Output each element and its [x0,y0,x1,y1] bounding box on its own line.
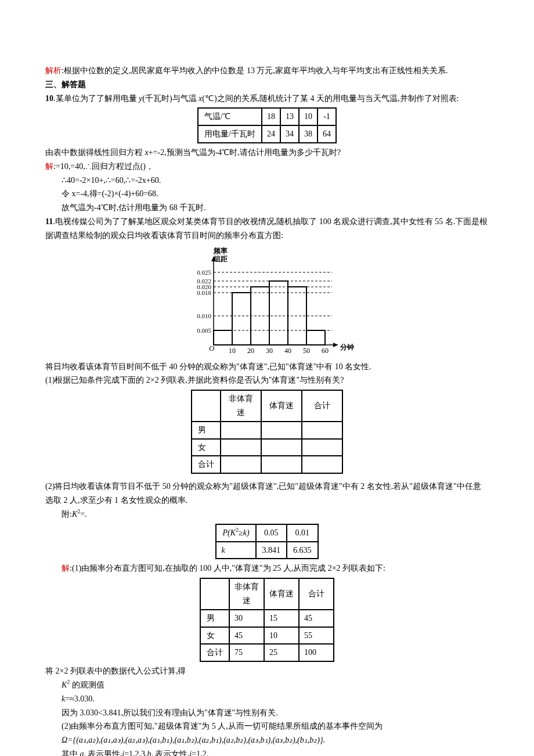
svg-text:10: 10 [229,347,236,355]
contingency-table-empty: 非体育迷 体育迷 合计 男 女 合计 [191,390,343,474]
svg-rect-22 [269,281,288,345]
section-3-title: 三、解答题 [45,78,489,92]
svg-text:0.022: 0.022 [197,278,211,285]
q11-answer-line1: 解:(1)由频率分布直方图可知,在抽取的 100 人中,"体育迷"为 25 人,… [45,561,489,575]
q10-answer-line2: ∴40=-2×10+,∴=60,∴=-2x+60. [45,174,489,188]
svg-text:50: 50 [303,347,310,355]
svg-text:频率: 频率 [213,247,228,255]
q10-answer-line3: 令 x=-4,得=(-2)×(-4)+60=68. [45,187,489,201]
svg-rect-24 [306,330,325,345]
q11-stem2: 将日均收看该体育节目时间不低于 40 分钟的观众称为"体育迷",已知"体育迷"中… [45,360,489,374]
svg-text:分钟: 分钟 [340,343,354,351]
q11-answer-line3: K2 的观测值 [45,678,489,692]
svg-text:O: O [209,344,215,352]
label-answer: 解 [62,564,70,573]
label-answer: 解 [45,162,53,171]
q10-data-table: 气温/℃ 18 13 10 -1 用电量/千瓦时 24 34 38 64 [197,107,337,143]
svg-text:0.025: 0.025 [197,269,211,276]
q11-answer-line5: 因为 3.030<3.841,所以我们没有理由认为"体育迷"与性别有关. [45,706,489,720]
svg-text:0.005: 0.005 [197,327,211,334]
svg-text:20: 20 [247,347,254,355]
svg-text:0.010: 0.010 [197,312,211,319]
q10-stem-tail: 由表中数据得线性回归方程 x+=-2,预测当气温为-4℃时,请估计用电量为多少千… [45,146,489,160]
q11-answer-line2: 将 2×2 列联表中的数据代入公式计算,得 [45,664,489,678]
svg-rect-20 [232,293,251,345]
q10-answer-line4: 故气温为-4℃时,估计用电量为 68 千瓦时. [45,201,489,215]
svg-rect-19 [214,330,232,345]
q11-append: 附:K2=. [45,507,489,521]
q11-stem1: 11.电视传媒公司为了了解某地区观众对某类体育节目的收视情况,随机抽取了 100… [45,215,489,243]
svg-text:60: 60 [322,347,329,355]
histogram-figure: 频率 组距 分钟 0.0050.0100.0180.0200.0220.025 … [180,246,354,357]
pvalue-table: P(K2≥k) 0.05 0.01 k 3.841 6.635 [215,524,318,560]
svg-text:30: 30 [266,347,273,355]
prev-analysis: 解析:根据中位数的定义,居民家庭年平均收入的中位数是 13 万元,家庭年平均收入… [45,64,489,78]
q11-part2: (2)将日均收看该体育节目不低于 50 分钟的观众称为"超级体育迷",已知"超级… [45,480,489,507]
q11-answer-line6: (2)由频率分布直方图可知,"超级体育迷"为 5 人,从而一切可能结果所组成的基… [45,719,489,733]
svg-marker-4 [333,343,338,347]
q11-answer-line7: Ω={(a₁,a₂),(a₁,a₃),(a₂,a₃),(a₁,b₁),(a₁,b… [45,733,489,747]
q11-part1: (1)根据已知条件完成下面的 2×2 列联表,并据此资料你是否认为"体育迷"与性… [45,373,489,387]
label-analysis: 解析 [45,66,62,75]
q10-answer-line1: 解:=10,=40,∴回归方程过点()， [45,160,489,174]
q11-answer-line4: k=≈3.030. [45,692,489,706]
contingency-table-filled: 非体育迷 体育迷 合计 男 30 15 45 女 45 10 55 合计 75 … [200,578,334,662]
svg-text:组距: 组距 [213,255,228,263]
q11-answer-line8: 其中 ai 表示男性,i=1,2,3.bj 表示女性,j=1,2. [45,747,489,756]
q10-stem: 10.某单位为了了解用电量 y(千瓦时)与气温 x(℃)之间的关系,随机统计了某… [45,92,489,106]
svg-text:40: 40 [284,347,291,355]
